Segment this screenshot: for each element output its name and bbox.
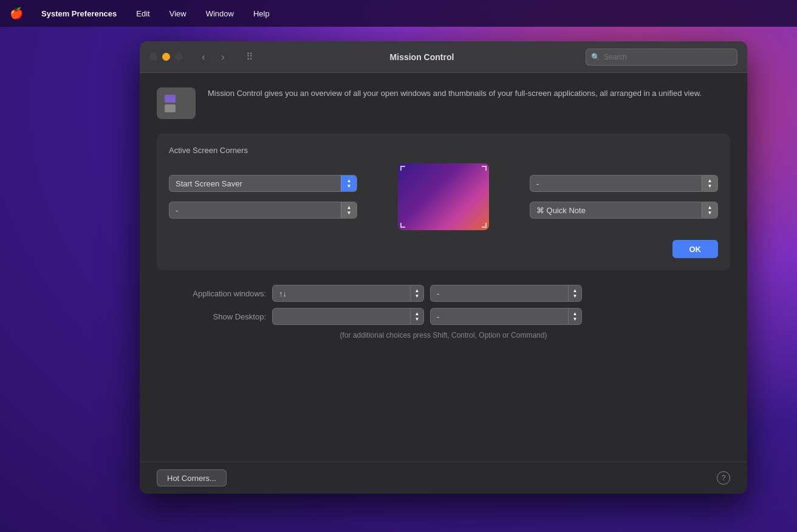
arrow-up-icon: ▲ xyxy=(415,312,420,316)
maximize-button[interactable] xyxy=(175,53,183,61)
screen-preview xyxy=(398,163,489,230)
app-windows-left-arrows[interactable]: ▲ ▼ xyxy=(410,285,423,301)
top-left-arrows[interactable]: ▲ ▼ xyxy=(341,176,357,191)
corners-section: Active Screen Corners Start Screen Saver… xyxy=(157,134,730,270)
arrow-up-icon: ▲ xyxy=(708,179,713,183)
apple-menu-icon[interactable]: 🍎 xyxy=(10,7,23,20)
top-left-value: Start Screen Saver xyxy=(169,179,341,188)
app-windows-right-value: - xyxy=(431,289,568,298)
arrow-up-icon: ▲ xyxy=(573,288,578,293)
nav-buttons: ‹ › xyxy=(195,49,231,66)
mission-control-window: ‹ › ⠿ Mission Control 🔍 Mission Control … xyxy=(140,41,747,494)
bottom-right-value: ⌘ Quick Note xyxy=(530,206,702,215)
bottom-right-arrows[interactable]: ▲ ▼ xyxy=(702,202,717,218)
arrow-down-icon: ▼ xyxy=(415,294,420,299)
top-right-value: - xyxy=(530,179,702,188)
grid-button[interactable]: ⠿ xyxy=(241,49,258,66)
menu-edit[interactable]: Edit xyxy=(132,8,153,19)
mini-window-4 xyxy=(177,104,188,112)
header-section: Mission Control gives you an overview of… xyxy=(157,87,730,119)
arrow-down-icon: ▼ xyxy=(573,294,578,299)
corners-center xyxy=(357,163,530,230)
arrow-down-icon: ▼ xyxy=(347,184,352,189)
hint-text: (for additional choices press Shift, Con… xyxy=(157,331,730,339)
arrow-down-icon: ▼ xyxy=(415,317,420,322)
preview-corner-br xyxy=(482,223,487,228)
close-button[interactable] xyxy=(149,53,157,61)
menu-help[interactable]: Help xyxy=(250,8,273,19)
minimize-button[interactable] xyxy=(162,53,170,61)
corners-label: Active Screen Corners xyxy=(169,146,718,155)
menubar: 🍎 System Preferences Edit View Window He… xyxy=(0,0,797,27)
mini-window-2 xyxy=(177,95,188,103)
arrow-up-icon: ▲ xyxy=(415,288,420,293)
ok-row: OK xyxy=(169,240,718,258)
app-windows-right-arrows[interactable]: ▲ ▼ xyxy=(568,285,581,301)
corners-layout: Start Screen Saver ▲ ▼ - ▲ ▼ xyxy=(169,163,718,230)
app-windows-left-select[interactable]: ↑↓ ▲ ▼ xyxy=(272,285,424,302)
show-desktop-row: Show Desktop: ▲ ▼ - ▲ ▼ xyxy=(157,308,730,325)
top-right-corner-select[interactable]: - ▲ ▼ xyxy=(530,175,718,192)
bottom-right-corner-select[interactable]: ⌘ Quick Note ▲ ▼ xyxy=(530,202,718,219)
preview-corner-bl xyxy=(400,223,405,228)
search-box[interactable]: 🔍 xyxy=(586,49,737,66)
menu-view[interactable]: View xyxy=(166,8,190,19)
mini-window-3 xyxy=(165,104,176,112)
arrow-down-icon: ▼ xyxy=(573,317,578,322)
arrow-up-icon: ▲ xyxy=(708,205,713,210)
app-windows-label: Application windows: xyxy=(157,289,266,298)
app-windows-right-select[interactable]: - ▲ ▼ xyxy=(430,285,582,302)
search-icon: 🔍 xyxy=(591,53,600,61)
show-desktop-label: Show Desktop: xyxy=(157,312,266,321)
arrow-up-icon: ▲ xyxy=(347,179,352,183)
controls-section: Application windows: ↑↓ ▲ ▼ - ▲ ▼ xyxy=(157,282,730,349)
help-button[interactable]: ? xyxy=(717,471,730,485)
corners-right-col: - ▲ ▼ ⌘ Quick Note ▲ ▼ xyxy=(530,175,718,219)
corners-left-col: Start Screen Saver ▲ ▼ - ▲ ▼ xyxy=(169,175,357,219)
forward-button[interactable]: › xyxy=(214,49,231,66)
top-left-corner-select[interactable]: Start Screen Saver ▲ ▼ xyxy=(169,175,357,192)
preview-corner-tl xyxy=(400,166,405,171)
header-description: Mission Control gives you an overview of… xyxy=(208,87,702,100)
mini-window-1 xyxy=(165,95,176,103)
bottom-bar: Hot Corners... ? xyxy=(140,462,747,494)
app-windows-row: Application windows: ↑↓ ▲ ▼ - ▲ ▼ xyxy=(157,285,730,302)
titlebar: ‹ › ⠿ Mission Control 🔍 xyxy=(140,41,747,73)
back-button[interactable]: ‹ xyxy=(195,49,212,66)
arrow-up-icon: ▲ xyxy=(347,205,352,210)
bottom-left-corner-select[interactable]: - ▲ ▼ xyxy=(169,202,357,219)
arrow-down-icon: ▼ xyxy=(347,211,352,216)
show-desktop-right-value: - xyxy=(431,312,568,321)
menu-system-preferences[interactable]: System Preferences xyxy=(38,8,120,19)
mission-control-icon xyxy=(157,87,196,119)
preview-image xyxy=(398,163,489,230)
bottom-left-arrows[interactable]: ▲ ▼ xyxy=(341,202,357,218)
ok-button[interactable]: OK xyxy=(672,240,719,258)
bottom-left-value: - xyxy=(169,206,341,215)
window-title: Mission Control xyxy=(265,52,578,62)
arrow-down-icon: ▼ xyxy=(708,184,713,189)
arrow-down-icon: ▼ xyxy=(708,211,713,216)
content-area: Mission Control gives you an overview of… xyxy=(140,73,747,462)
show-desktop-right-arrows[interactable]: ▲ ▼ xyxy=(568,309,581,324)
menu-window[interactable]: Window xyxy=(202,8,238,19)
show-desktop-left-select[interactable]: ▲ ▼ xyxy=(272,308,424,325)
top-right-arrows[interactable]: ▲ ▼ xyxy=(702,176,717,191)
app-windows-left-value: ↑↓ xyxy=(273,289,410,298)
traffic-lights xyxy=(149,53,183,61)
search-input[interactable] xyxy=(604,53,732,61)
arrow-up-icon: ▲ xyxy=(573,312,578,316)
preview-corner-tr xyxy=(482,166,487,171)
show-desktop-left-arrows[interactable]: ▲ ▼ xyxy=(410,309,423,324)
hot-corners-button[interactable]: Hot Corners... xyxy=(157,469,227,486)
show-desktop-right-select[interactable]: - ▲ ▼ xyxy=(430,308,582,325)
